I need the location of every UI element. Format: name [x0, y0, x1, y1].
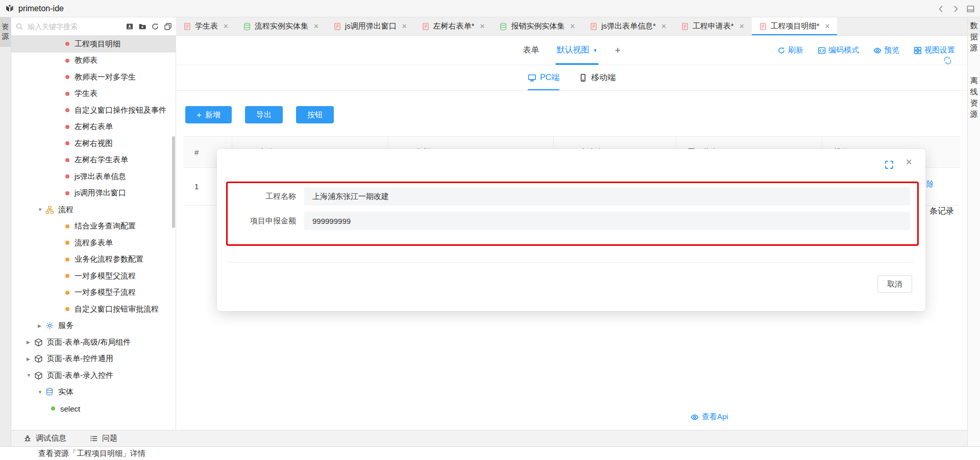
- view-actions: 刷新编码模式预览视图设置: [777, 36, 955, 65]
- project-name-field[interactable]: 上海浦东张江一期改建: [304, 187, 910, 206]
- tree-item[interactable]: 自定义窗口按钮审批流程: [11, 301, 176, 318]
- tree-item[interactable]: 左树右学生表单: [11, 152, 176, 169]
- tree-item[interactable]: ▶页面-表单-高级/布局组件: [11, 334, 176, 351]
- cancel-button[interactable]: 取消: [877, 275, 912, 293]
- tree-item[interactable]: ▶页面-表单-控件通用: [11, 351, 176, 368]
- tree-item[interactable]: ▼实体: [11, 384, 176, 401]
- view-api-link[interactable]: 查看Api: [691, 412, 728, 422]
- chevron-down-icon[interactable]: ▼: [38, 390, 45, 395]
- tab-default-view[interactable]: 默认视图 ▼: [556, 36, 597, 65]
- close-icon[interactable]: ×: [905, 157, 912, 168]
- tree-item[interactable]: 教师表: [11, 53, 176, 69]
- tree-item[interactable]: ▼流程: [11, 201, 176, 218]
- tree-item[interactable]: 业务化流程参数配置: [11, 251, 176, 268]
- titlebar-controls: [937, 0, 975, 17]
- debug-icon: [23, 435, 32, 443]
- action-eye[interactable]: 预览: [873, 45, 899, 55]
- close-tab-icon[interactable]: ✕: [570, 22, 575, 30]
- tree-dot-icon: [65, 125, 69, 129]
- rail-tab-datasource[interactable]: 数据源: [968, 20, 980, 54]
- toolbar-button[interactable]: 导出: [245, 106, 283, 123]
- cube-icon: [34, 338, 43, 347]
- close-tab-icon[interactable]: ✕: [479, 22, 485, 30]
- search-input[interactable]: [27, 22, 95, 31]
- refresh-icon: [777, 46, 786, 55]
- close-tab-icon[interactable]: ✕: [223, 22, 229, 30]
- sidebar-scrollbar[interactable]: [172, 136, 175, 228]
- chevron-down-icon[interactable]: ▼: [38, 207, 45, 212]
- chevron-right-icon[interactable]: ▶: [27, 356, 34, 362]
- tree-dot-icon: [65, 42, 69, 46]
- tree-item-label: 学生表: [75, 89, 97, 98]
- clipped-action-link[interactable]: 除: [926, 180, 933, 189]
- declared-amount-field[interactable]: 999999999: [304, 212, 910, 230]
- rail-tab-offline[interactable]: 离线资源: [968, 75, 980, 120]
- tree-item[interactable]: 流程多表单: [11, 235, 176, 251]
- toggle-panel-icon[interactable]: [966, 5, 975, 13]
- sync-icon[interactable]: [943, 56, 952, 65]
- folder-add-icon[interactable]: [138, 22, 146, 31]
- tree-item[interactable]: 学生表: [11, 86, 176, 103]
- import-icon[interactable]: [126, 22, 134, 31]
- search-box[interactable]: [15, 22, 126, 31]
- file-tab[interactable]: js弹出表单信息*✕: [582, 17, 674, 35]
- file-tab[interactable]: 报销实例实体集✕: [492, 17, 582, 35]
- tree-dot-icon: [65, 92, 69, 96]
- chevron-down-icon[interactable]: ▼: [27, 373, 34, 378]
- tree-item[interactable]: js弹出表单信息: [11, 168, 176, 185]
- close-tab-icon[interactable]: ✕: [402, 22, 407, 30]
- gear-icon: [45, 321, 54, 330]
- file-tab[interactable]: 流程实例实体集✕: [236, 17, 326, 35]
- tree-item[interactable]: 教师表一对多学生: [11, 69, 176, 86]
- file-tab[interactable]: 学生表✕: [176, 17, 236, 35]
- action-refresh[interactable]: 刷新: [777, 45, 803, 55]
- fullscreen-icon[interactable]: [885, 160, 894, 169]
- action-code[interactable]: 编码模式: [818, 45, 859, 55]
- chevron-right-icon[interactable]: ▶: [38, 323, 45, 328]
- refresh-dark-icon[interactable]: [151, 22, 159, 31]
- tree-item[interactable]: 一对多模型子流程: [11, 285, 176, 301]
- rail-tab-resources[interactable]: 资源: [0, 17, 11, 47]
- tree-item[interactable]: ▶服务: [11, 318, 176, 335]
- action-grid[interactable]: 视图设置: [914, 45, 955, 55]
- tree-item-label: 流程: [58, 205, 74, 215]
- form-icon: [333, 22, 341, 31]
- device-tab-mobile[interactable]: 移动端: [579, 65, 616, 90]
- form-icon: [422, 22, 430, 31]
- panel-tab-list[interactable]: 问题: [90, 433, 117, 443]
- field-label: 工程名称: [229, 192, 296, 201]
- close-tab-icon[interactable]: ✕: [313, 22, 319, 30]
- tree-item[interactable]: 工程项目明细: [11, 36, 176, 53]
- panel-tab-debug[interactable]: 调试信息: [23, 433, 66, 443]
- chevron-right-icon[interactable]: ▶: [27, 340, 34, 345]
- device-label: PC端: [540, 72, 559, 83]
- tree-item[interactable]: js调用弹出窗口: [11, 185, 176, 202]
- tree-item[interactable]: 左树右表单: [11, 119, 176, 136]
- close-tab-icon[interactable]: ✕: [739, 22, 745, 30]
- file-tab-label: js调用弹出窗口: [345, 21, 397, 31]
- eye-icon: [691, 413, 699, 421]
- tree-item[interactable]: ▼页面-表单-录入控件: [11, 367, 176, 384]
- tree-item[interactable]: 左树右视图: [11, 135, 176, 152]
- history-back-icon[interactable]: [937, 5, 945, 13]
- history-forward-icon[interactable]: [951, 5, 960, 13]
- file-tab[interactable]: 左树右表单*✕: [414, 17, 493, 35]
- toolbar-button[interactable]: 按钮: [296, 106, 334, 123]
- file-tab[interactable]: js调用弹出窗口✕: [326, 17, 414, 35]
- file-tab[interactable]: 工程项目明细*✕: [752, 17, 838, 35]
- tree-item-label: 结合业务查询配置: [75, 221, 136, 231]
- add-view-button[interactable]: +: [615, 45, 620, 56]
- close-tab-icon[interactable]: ✕: [824, 22, 830, 30]
- tree-item[interactable]: 一对多模型父流程: [11, 268, 176, 285]
- file-tab[interactable]: 工程申请表*✕: [674, 17, 752, 35]
- tree-dot-icon: [65, 274, 69, 278]
- device-tab-monitor[interactable]: PC端: [528, 65, 559, 90]
- collapse-icon[interactable]: [164, 22, 172, 31]
- tree-item[interactable]: select: [11, 400, 176, 417]
- close-tab-icon[interactable]: ✕: [661, 22, 667, 30]
- form-tab[interactable]: 表单: [523, 45, 539, 56]
- tree-dot-icon: [65, 291, 69, 295]
- tree-item[interactable]: 自定义窗口操作按钮及事件: [11, 102, 176, 119]
- tree-item[interactable]: 结合业务查询配置: [11, 218, 176, 235]
- add-button[interactable]: +新增: [185, 106, 232, 123]
